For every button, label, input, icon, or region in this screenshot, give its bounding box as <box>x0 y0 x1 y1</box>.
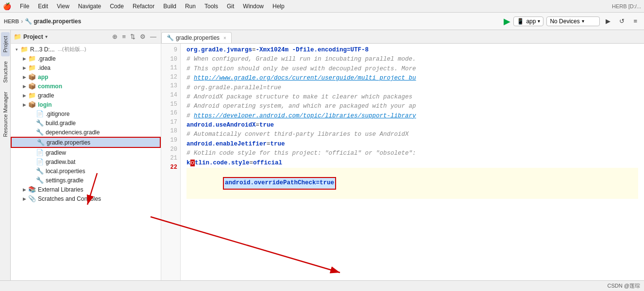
tree-item-gradle-properties[interactable]: 🔧 gradle.properties <box>11 137 161 148</box>
panel-dropdown-arrow[interactable]: ▾ <box>45 34 48 39</box>
line-num-22: 22 <box>165 163 177 172</box>
tree-item-gitignore[interactable]: 📄 .gitignore <box>11 109 161 118</box>
tree-item-root[interactable]: ▾ 📁 R...3 D:... ...(初始版...) <box>11 45 161 54</box>
tree-item-idea[interactable]: ▶ 📁 .idea <box>11 63 161 72</box>
code-line-18: # Automatically convert third-party libr… <box>186 130 638 139</box>
panel-locate-icon[interactable]: ⊕ <box>111 32 119 41</box>
line-num-15: 15 <box>165 100 177 109</box>
panel-sort-icon[interactable]: ⇅ <box>129 32 137 41</box>
sidebar-item-resource-manager[interactable]: Resource Manager <box>1 88 10 141</box>
sidebar-item-project[interactable]: Project <box>1 32 10 56</box>
menu-run[interactable]: Run <box>181 2 200 11</box>
project-panel: 📁 Project ▾ ⊕ ≡ ⇅ ⚙ — ▾ 📁 R...3 D:... ..… <box>11 30 161 280</box>
code-line-19: android.enableJetifier=true <box>186 140 638 149</box>
editor-area: 🔧 gradle.properties × 9 10 11 12 13 14 1… <box>161 30 644 280</box>
app-dropdown[interactable]: 📱 app ▾ <box>513 16 543 26</box>
tree-item-ext-libs[interactable]: ▶ 📚 External Libraries <box>11 185 161 194</box>
tree-item-login[interactable]: ▶ 📦 login <box>11 100 161 109</box>
tree-arrow-login: ▶ <box>21 102 27 107</box>
tree-label-gitignore: .gitignore <box>46 111 69 117</box>
tree-label-dependencies-gradle: dependencies.gradle <box>46 129 100 136</box>
line-num-19: 19 <box>165 136 177 145</box>
code-line-16: # https://developer.android.com/topic/li… <box>186 112 638 121</box>
breadcrumb-herb: HERB <box>4 18 19 24</box>
menu-bar: 🍎 File Edit View Navigate Code Refactor … <box>0 0 644 13</box>
tree-label-common: common <box>38 83 62 90</box>
run-config-icon[interactable]: ▶ <box>504 16 510 27</box>
line-num-16: 16 <box>165 109 177 118</box>
left-side-tabs: Project Structure Resource Manager <box>0 30 11 280</box>
tree-label-gradlew: gradlew <box>46 149 66 156</box>
play-button[interactable]: ▶ <box>603 16 613 26</box>
tree-arrow-idea: ▶ <box>21 65 27 70</box>
tree-label-gradle-folder: .gradle <box>38 55 56 62</box>
line-num-20: 20 <box>165 145 177 154</box>
code-line-11: # This option should only be used with d… <box>186 65 638 74</box>
tree-label-gradle-sub: gradle <box>38 92 54 99</box>
breadcrumb-filename: gradle.properties <box>34 18 81 25</box>
menu-git[interactable]: Git <box>223 2 238 11</box>
menu-tools[interactable]: Tools <box>201 2 222 11</box>
tree-item-scratches[interactable]: ▶ 📎 Scratches and Consoles <box>11 194 161 203</box>
tree-label-scratches: Scratches and Consoles <box>38 195 101 202</box>
menu-navigate[interactable]: Navigate <box>74 2 105 11</box>
line-num-12: 12 <box>165 73 177 82</box>
tree-label-login: login <box>38 101 52 108</box>
toolbar-menu-button[interactable]: ≡ <box>630 16 640 26</box>
tree-arrow-app: ▶ <box>21 75 27 80</box>
tree-item-build-gradle[interactable]: 🔧 build.gradle <box>11 118 161 128</box>
tree-item-gradlew-bat[interactable]: 📄 gradlew.bat <box>11 157 161 166</box>
panel-settings-icon[interactable]: ⚙ <box>138 32 147 41</box>
menu-help[interactable]: Help <box>269 2 288 11</box>
code-line-22: android.overridePathCheck=true <box>186 168 638 199</box>
tree-item-local-properties[interactable]: 🔧 local.properties <box>11 166 161 176</box>
menu-file[interactable]: File <box>16 2 33 11</box>
line-num-10: 10 <box>165 55 177 64</box>
status-right: CSDN @莲琮 <box>608 282 640 290</box>
sidebar-item-structure[interactable]: Structure <box>1 57 10 87</box>
menu-code[interactable]: Code <box>106 2 128 11</box>
line-num-14: 14 <box>165 91 177 100</box>
panel-hide-icon[interactable]: — <box>149 32 158 41</box>
line-num-11: 11 <box>165 64 177 73</box>
tree-arrow-gradle: ▶ <box>21 56 27 61</box>
menu-window[interactable]: Window <box>239 2 268 11</box>
menu-edit[interactable]: Edit <box>34 2 52 11</box>
editor-tab-gradle-properties[interactable]: 🔧 gradle.properties × <box>161 32 232 43</box>
tree-arrow-ext-libs: ▶ <box>21 187 27 192</box>
tree-item-dependencies-gradle[interactable]: 🔧 dependencies.gradle <box>11 128 161 137</box>
tree-label-root: R...3 D:... <box>30 46 55 53</box>
tree-label-app: app <box>38 74 48 81</box>
tree-label-local-properties: local.properties <box>46 168 85 175</box>
tree-arrow-root: ▾ <box>14 47 19 52</box>
tab-file-icon: 🔧 <box>167 34 174 41</box>
code-line-12: # http://www.gradle.org/docs/current/use… <box>186 74 638 83</box>
breadcrumb-file: 🔧 gradle.properties <box>25 18 81 25</box>
tree-item-app[interactable]: ▶ 📦 app <box>11 72 161 81</box>
device-dropdown[interactable]: No Devices ▾ <box>546 16 600 26</box>
panel-list-icon[interactable]: ≡ <box>120 32 127 41</box>
devices-label: No Devices <box>550 18 579 25</box>
tree-item-gradle-sub[interactable]: ▶ 📁 gradle <box>11 91 161 100</box>
code-content[interactable]: org.gradle.jvmargs=-Xmx1024m -Dfile.enco… <box>181 44 644 280</box>
menu-refactor[interactable]: Refactor <box>129 2 158 11</box>
tree-item-gradlew[interactable]: 📄 gradlew <box>11 148 161 157</box>
line-num-9: 9 <box>165 46 177 55</box>
rebuild-button[interactable]: ↺ <box>616 16 627 26</box>
app-dropdown-arrow: ▾ <box>538 18 540 24</box>
menu-build[interactable]: Build <box>159 2 180 11</box>
apple-icon: 🍎 <box>3 2 11 10</box>
line-num-18: 18 <box>165 127 177 136</box>
tree-item-settings-gradle[interactable]: 🔧 settings.gradle <box>11 176 161 185</box>
file-tree: ▾ 📁 R...3 D:... ...(初始版...) ▶ 📁 .gradle … <box>11 44 161 280</box>
tree-item-common[interactable]: ▶ 📦 common <box>11 81 161 91</box>
editor-tabs: 🔧 gradle.properties × <box>161 30 644 44</box>
toolbar-right: ▶ 📱 app ▾ No Devices ▾ ▶ ↺ ≡ <box>504 16 640 27</box>
menu-view[interactable]: View <box>53 2 73 11</box>
code-line-10: # When configured, Gradle will run in in… <box>186 55 638 64</box>
code-line-9: org.gradle.jvmargs=-Xmx1024m -Dfile.enco… <box>186 46 638 55</box>
tree-item-gradle-folder[interactable]: ▶ 📁 .gradle <box>11 54 161 63</box>
tab-close-button[interactable]: × <box>223 35 226 41</box>
panel-title: Project <box>23 33 43 40</box>
tree-arrow-common: ▶ <box>21 84 27 89</box>
